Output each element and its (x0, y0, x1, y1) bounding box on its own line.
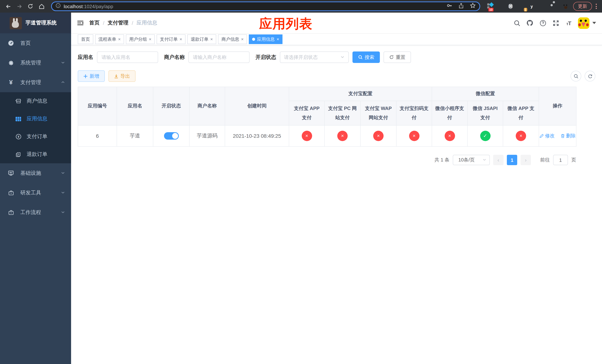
sidebar-item-pay-order[interactable]: ¥ 支付订单 (0, 128, 71, 146)
show-search-button[interactable] (570, 71, 581, 81)
prev-page-button[interactable]: ‹ (493, 155, 504, 165)
close-icon[interactable]: × (241, 37, 244, 42)
tag-refund-order[interactable]: 退款订单× (187, 34, 216, 44)
edit-link[interactable]: 修改 (539, 133, 555, 139)
yuan-icon: ¥ (8, 79, 14, 86)
help-icon[interactable] (539, 19, 547, 27)
browser-toolbar: localhost:1024/pay/app 10 (0, 0, 602, 13)
fullscreen-icon[interactable] (552, 19, 559, 27)
enable-toggle[interactable] (164, 132, 179, 139)
tag-user-group[interactable]: 用户分组× (126, 34, 155, 44)
key-icon[interactable] (447, 3, 452, 10)
extension-y-icon[interactable] (530, 3, 537, 10)
github-icon[interactable] (526, 19, 534, 27)
delete-link[interactable]: 删除 (560, 133, 576, 139)
app-name-input[interactable] (97, 52, 158, 63)
sidebar-item-app-info[interactable]: 应用信息 (0, 110, 71, 128)
chevron-down-icon (61, 170, 65, 176)
site-info-icon[interactable] (55, 3, 61, 10)
search-button[interactable]: 搜索 (353, 52, 380, 63)
extension-grid-icon[interactable]: 10 (487, 3, 494, 10)
refresh-icon (389, 55, 394, 60)
grid-table-icon (15, 116, 22, 122)
url-text: localhost:1024/pay/app (64, 3, 113, 9)
sidebar-fold-icon[interactable] (77, 19, 84, 27)
sidebar-item-label: 支付订单 (27, 133, 47, 140)
chevron-down-icon (61, 209, 65, 215)
refresh-table-button[interactable] (585, 71, 595, 81)
app-title: 芋道管理系统 (26, 20, 57, 26)
forward-icon[interactable] (15, 2, 24, 11)
browser-update-button[interactable]: 更新 (573, 2, 592, 11)
close-icon[interactable]: × (118, 37, 121, 42)
browser-menu-icon[interactable] (594, 4, 598, 9)
col-wechat-jsapi: 微信 JSAPI 支付 (467, 101, 503, 125)
profile-emoji-icon[interactable] (562, 3, 570, 10)
chevron-down-icon (61, 60, 65, 66)
cell-wechat-app: × (503, 125, 539, 146)
extensions-puzzle-icon[interactable] (551, 3, 559, 10)
trash-icon (560, 134, 565, 138)
sidebar-item-label: 系统管理 (20, 59, 41, 66)
payment-submenu: 商户信息 应用信息 ¥ 支付订单 (0, 92, 71, 163)
add-button[interactable]: 新增 (78, 70, 105, 82)
export-button[interactable]: 导出 (108, 70, 136, 82)
close-icon[interactable]: × (277, 37, 279, 42)
cell-app-name: 芋道 (117, 125, 153, 146)
cell-alipay-wap: × (360, 125, 396, 146)
sidebar-item-dev-tools[interactable]: 研发工具 (0, 183, 71, 203)
sidebar-item-system[interactable]: 系统管理 (0, 53, 71, 73)
page-1-button[interactable]: 1 (507, 155, 517, 165)
extension-camera-icon[interactable]: 1 (519, 3, 527, 10)
address-bar[interactable]: localhost:1024/pay/app (51, 1, 480, 11)
next-page-button[interactable]: › (521, 155, 531, 165)
reset-button[interactable]: 重置 (384, 52, 411, 63)
app-table: 应用编号 应用名 开启状态 商户名称 创建时间 支付宝配置 微信配置 操作 支付… (78, 87, 576, 147)
tag-pay-order[interactable]: 支付订单× (157, 34, 185, 44)
breadcrumb-home[interactable]: 首页 (89, 20, 100, 26)
close-icon[interactable]: × (149, 37, 151, 42)
chevron-down-icon (340, 54, 345, 61)
breadcrumb-section[interactable]: 支付管理 (108, 20, 129, 26)
header-search-icon[interactable] (513, 19, 521, 27)
tag-merchant-info[interactable]: 商户信息× (218, 34, 247, 44)
group-wechat-config: 微信配置 (432, 87, 539, 101)
sidebar-item-refund-order[interactable]: 退款订单 (0, 146, 71, 163)
briefcase-icon (8, 209, 14, 215)
sidebar-item-workflow[interactable]: 工作流程 (0, 203, 71, 222)
tag-process-form[interactable]: 流程表单× (95, 34, 124, 44)
extension-command-icon[interactable]: ⌘ (508, 3, 516, 10)
dashboard-icon (8, 40, 14, 46)
status-select-placeholder: 请选择开启状态 (284, 54, 318, 61)
sidebar-item-infrastructure[interactable]: 基础设施 (0, 163, 71, 183)
goto-page-input[interactable] (553, 155, 568, 165)
close-icon[interactable]: × (180, 37, 182, 42)
bookmark-star-icon[interactable] (470, 3, 476, 10)
col-alipay-wap: 支付宝 WAP 网站支付 (360, 101, 396, 125)
sidebar-item-home[interactable]: 首页 (0, 33, 71, 53)
reload-icon[interactable] (26, 2, 35, 11)
page-size-select[interactable]: 10条/页 (453, 155, 490, 165)
pagination: 共 1 条 10条/页 ‹ 1 › 前往 页 (78, 155, 576, 165)
back-icon[interactable] (4, 2, 13, 11)
close-icon[interactable]: × (210, 37, 213, 42)
cell-alipay-qr: × (396, 125, 432, 146)
group-alipay-config: 支付宝配置 (289, 87, 432, 101)
sidebar-item-payment[interactable]: ¥ 支付管理 (0, 73, 71, 92)
sidebar-item-merchant-info[interactable]: 商户信息 (0, 92, 71, 110)
extension-balloon-icon[interactable] (498, 3, 505, 10)
yuan-circle-icon: ¥ (15, 133, 22, 140)
table-toolbar: 新增 导出 (78, 70, 595, 82)
home-icon[interactable] (37, 2, 46, 11)
extension-chat-icon[interactable] (540, 3, 548, 10)
breadcrumb-current: 应用信息 (137, 20, 157, 26)
merchant-name-input[interactable] (188, 52, 249, 63)
tag-home[interactable]: 首页 (78, 34, 93, 44)
font-size-icon[interactable]: тT (565, 19, 572, 27)
avatar[interactable] (578, 17, 589, 29)
tag-app-info-active[interactable]: 应用信息× (249, 34, 282, 44)
search-icon (573, 74, 579, 79)
share-icon[interactable] (458, 3, 464, 10)
status-select[interactable]: 请选择开启状态 (280, 52, 349, 63)
user-menu[interactable] (578, 17, 596, 29)
